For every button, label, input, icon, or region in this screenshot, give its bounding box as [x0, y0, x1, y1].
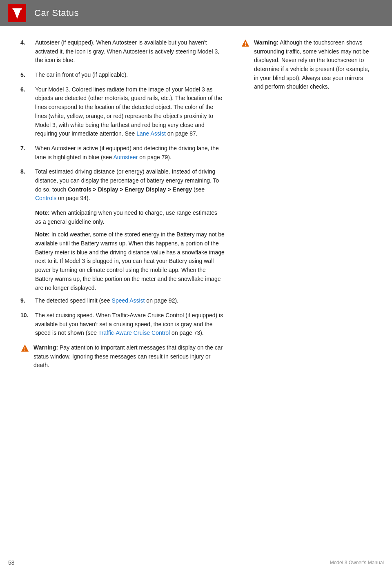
- item-num-7: 7.: [20, 144, 35, 162]
- right-warning-label: Warning:: [254, 39, 278, 46]
- item-num-5: 5.: [20, 71, 35, 80]
- controls-link[interactable]: Controls: [35, 195, 56, 201]
- item-num-8: 8.: [20, 167, 35, 203]
- list-item: 4. Autosteer (if equipped). When Autoste…: [20, 38, 225, 65]
- svg-text:!: !: [245, 41, 246, 47]
- autosteer-link[interactable]: Autosteer: [113, 154, 138, 160]
- tacc-link[interactable]: Traffic-Aware Cruise Control: [98, 330, 170, 336]
- warning-icon-right: !: [241, 39, 250, 48]
- page-footer: 58 Model 3 Owner's Manual: [0, 559, 392, 566]
- item-num-6: 6.: [20, 85, 35, 138]
- note-text-1: When anticipating when you need to charg…: [35, 209, 217, 225]
- item-num-9: 9.: [20, 296, 35, 305]
- left-warning-label: Warning:: [33, 344, 58, 351]
- item-text-7: When Autosteer is active (if equipped) a…: [35, 144, 225, 162]
- note-block-2: Note: In cold weather, some of the store…: [35, 230, 225, 292]
- warning-icon-left: !: [20, 344, 29, 353]
- note-block-1: Note: When anticipating when you need to…: [35, 209, 225, 226]
- list-item: 6. Your Model 3. Colored lines radiate f…: [20, 85, 225, 138]
- item-text-8: Total estimated driving distance (or ene…: [35, 167, 225, 203]
- note-text-2: In cold weather, some of the stored ener…: [35, 231, 225, 291]
- tesla-logo: [8, 4, 26, 22]
- item-text-4: Autosteer (if equipped). When Autosteer …: [35, 38, 225, 65]
- item-num-10: 10.: [20, 311, 35, 338]
- note-label-1: Note:: [35, 209, 50, 216]
- item-text-5: The car in front of you (if applicable).: [35, 71, 128, 80]
- item-text-6: Your Model 3. Colored lines radiate from…: [35, 85, 225, 138]
- tesla-logo-icon: [11, 7, 23, 19]
- page-number: 58: [8, 559, 15, 566]
- item-num-4: 4.: [20, 38, 35, 65]
- right-column: ! Warning: Although the touchscreen show…: [241, 38, 372, 376]
- note-label-2: Note:: [35, 231, 50, 238]
- left-warning-block: ! Warning: Pay attention to important al…: [20, 343, 225, 370]
- page-header: Car Status: [0, 0, 392, 26]
- list-item: 9. The detected speed limit (see Speed A…: [20, 296, 225, 305]
- page-title: Car Status: [34, 8, 79, 18]
- bold-controls: Controls > Display > Energy Display > En…: [68, 186, 192, 193]
- svg-text:!: !: [24, 346, 26, 352]
- main-content: 4. Autosteer (if equipped). When Autoste…: [0, 26, 392, 400]
- list-item: 10. The set cruising speed. When Traffic…: [20, 311, 225, 338]
- left-column: 4. Autosteer (if equipped). When Autoste…: [20, 38, 225, 376]
- speed-assist-link[interactable]: Speed Assist: [112, 297, 145, 304]
- brand-label: Model 3 Owner's Manual: [330, 560, 384, 566]
- list-item: 8. Total estimated driving distance (or …: [20, 167, 225, 203]
- right-warning-text: Warning: Although the touchscreen shows …: [254, 38, 372, 91]
- list-item: 5. The car in front of you (if applicabl…: [20, 71, 225, 80]
- item-text-10: The set cruising speed. When Traffic-Awa…: [35, 311, 225, 338]
- left-warning-text: Warning: Pay attention to important aler…: [33, 343, 225, 370]
- list-item: 7. When Autosteer is active (if equipped…: [20, 144, 225, 162]
- right-warning-block: ! Warning: Although the touchscreen show…: [241, 38, 372, 91]
- lane-assist-link[interactable]: Lane Assist: [136, 130, 166, 137]
- item-text-9: The detected speed limit (see Speed Assi…: [35, 296, 178, 305]
